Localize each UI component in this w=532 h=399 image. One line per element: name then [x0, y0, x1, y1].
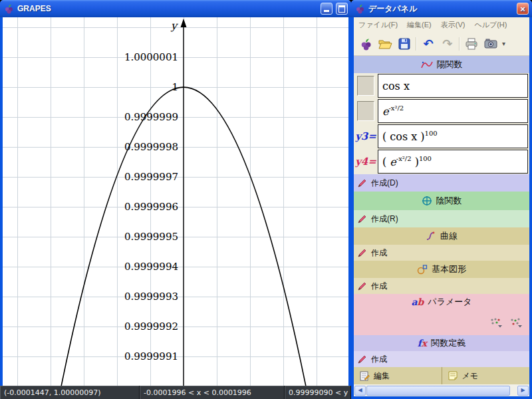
create-label: 作成(D): [371, 178, 398, 189]
edit-button[interactable]: 編集: [354, 367, 442, 384]
pencil-icon: [358, 248, 367, 257]
minimize-icon: [324, 10, 329, 12]
scroll-left-button[interactable]: ◀: [354, 386, 366, 396]
section-title: 曲線: [440, 230, 458, 242]
memo-label: メモ: [462, 370, 479, 382]
status-y-range: 0.99999090 < y <: [285, 386, 351, 399]
status-cursor-coords: (-0.0001447, 1.00000097): [0, 386, 140, 399]
graph-area[interactable]: y 1.0000001 1 0.9999999 0.9999998 0.9999…: [3, 17, 348, 386]
section-parameter: ab パラメータ: [354, 294, 529, 310]
maximize-button[interactable]: [336, 3, 348, 15]
create-basic-shape-button[interactable]: 作成: [354, 278, 529, 294]
y-axis-arrow: [181, 19, 187, 27]
dot-cluster-icon[interactable]: [509, 317, 523, 328]
function-row-y3: y3= ( cos x )100: [354, 124, 529, 149]
data-panel-titlebar[interactable]: データパネル ×: [351, 0, 532, 17]
formula-cell-y3[interactable]: ( cos x )100: [378, 124, 528, 148]
section-curve: 曲線: [354, 227, 529, 245]
dot-cluster-icon[interactable]: [489, 317, 503, 328]
fx-icon: fx: [418, 338, 427, 348]
y-tick-label: 0.9999999: [124, 111, 178, 123]
scrollbar-thumb[interactable]: [366, 386, 510, 396]
menu-file[interactable]: ファイル(F): [354, 18, 402, 32]
toolbar-separator: [459, 37, 460, 51]
pencil-icon: [358, 178, 367, 188]
section-title: パラメータ: [428, 296, 471, 308]
y-tick-label: 0.9999995: [124, 231, 178, 243]
y-tick-label: 0.9999993: [124, 291, 178, 303]
formula-sup: -x²/2: [388, 105, 404, 112]
function-row-y1: cos x: [354, 73, 529, 98]
undo-icon[interactable]: ↶: [420, 36, 436, 52]
function-row-y2: e-x²/2: [354, 98, 529, 124]
grapes-icon[interactable]: [358, 36, 374, 52]
memo-button[interactable]: メモ: [442, 367, 530, 384]
create-curve-button[interactable]: 作成: [354, 245, 529, 261]
print-icon[interactable]: [464, 36, 479, 52]
menu-help[interactable]: ヘルプ(H): [469, 18, 511, 32]
camera-dropdown-icon[interactable]: ▾: [502, 40, 505, 47]
menu-view[interactable]: 表示(V): [436, 18, 470, 32]
grapes-logo-icon: [3, 3, 14, 14]
parameter-tools-row: [354, 310, 529, 335]
formula-cell-y1[interactable]: cos x: [378, 74, 528, 98]
create-function-definition-button[interactable]: 作成: [354, 351, 529, 367]
formula-text: e: [390, 156, 396, 168]
formula-text: (: [382, 156, 390, 168]
toolbar-separator: [416, 37, 417, 51]
function-label-y4[interactable]: y4=: [355, 156, 376, 168]
grapes-titlebar[interactable]: GRAPES: [0, 0, 351, 17]
data-panel-window: データパネル × ファイル(F) 編集(E) 表示(V) ヘルプ(H): [351, 0, 532, 399]
edit-label: 編集: [374, 370, 390, 382]
grapes-logo-icon: [354, 3, 365, 14]
formula-text: ): [417, 130, 424, 143]
formula-text: (: [382, 130, 390, 143]
function-label-y3[interactable]: y3=: [355, 130, 376, 142]
section-title: 関数定義: [431, 337, 466, 349]
y-tick-label: 0.9999997: [124, 171, 178, 183]
implicit-function-icon: [422, 196, 432, 206]
pencil-icon: [358, 281, 367, 291]
status-x-range: -0.0001996 < x < 0.0001996: [140, 386, 285, 399]
minimize-button[interactable]: [321, 3, 332, 15]
status-bar: (-0.0001447, 1.00000097) -0.0001996 < x …: [0, 386, 351, 399]
menu-bar: ファイル(F) 編集(E) 表示(V) ヘルプ(H): [354, 17, 529, 32]
formula-text: ): [412, 156, 419, 168]
save-icon[interactable]: [396, 36, 412, 52]
camera-icon[interactable]: [483, 36, 499, 52]
edit-memo-row: 編集 メモ: [354, 367, 529, 384]
formula-text: cos x: [382, 80, 410, 92]
create-explicit-button[interactable]: 作成(D): [354, 174, 529, 192]
scroll-right-button[interactable]: ▶: [517, 386, 529, 396]
y-tick-label: 0.9999992: [124, 321, 178, 332]
menu-edit[interactable]: 編集(E): [402, 18, 436, 32]
screen: GRAPES y 1.0000001 1 0.9999999 0.9999998…: [0, 0, 532, 399]
edit-page-icon: [359, 370, 370, 381]
memo-note-icon: [448, 370, 458, 381]
create-implicit-button[interactable]: 作成(R): [354, 210, 529, 227]
section-title: 陰関数: [436, 195, 462, 207]
section-title: 陽関数: [437, 59, 463, 70]
formula-cell-y4[interactable]: ( e-x²/2 )100: [378, 150, 528, 174]
y-tick-label: 1: [172, 81, 178, 93]
formula-text: e: [382, 105, 388, 118]
formula-sup: 100: [419, 156, 432, 162]
y-tick-label: 0.9999998: [124, 141, 178, 153]
pencil-icon: [358, 214, 367, 223]
formula-cell-y2[interactable]: e-x²/2: [378, 99, 528, 123]
y-tick-label: 1.0000001: [124, 51, 178, 63]
horizontal-scrollbar: ◀ ▶: [354, 384, 529, 396]
pencil-icon: [358, 354, 367, 364]
y-tick-label: 0.9999994: [124, 261, 178, 273]
window-title: GRAPES: [17, 4, 317, 13]
visibility-cell-y2[interactable]: [357, 101, 374, 121]
open-folder-icon[interactable]: [377, 36, 393, 52]
redo-icon[interactable]: ↷: [440, 36, 456, 52]
explicit-function-icon: [421, 60, 433, 69]
close-button[interactable]: ×: [517, 3, 529, 15]
window-title: データパネル: [368, 3, 513, 15]
visibility-cell-y1[interactable]: [357, 76, 374, 96]
panel-body: 陽関数 cos x e-x²/2 y3= ( cos x )100 y4= ( …: [354, 56, 529, 396]
basic-shape-icon: [417, 264, 428, 275]
section-basic-shapes: 基本図形: [354, 261, 529, 278]
